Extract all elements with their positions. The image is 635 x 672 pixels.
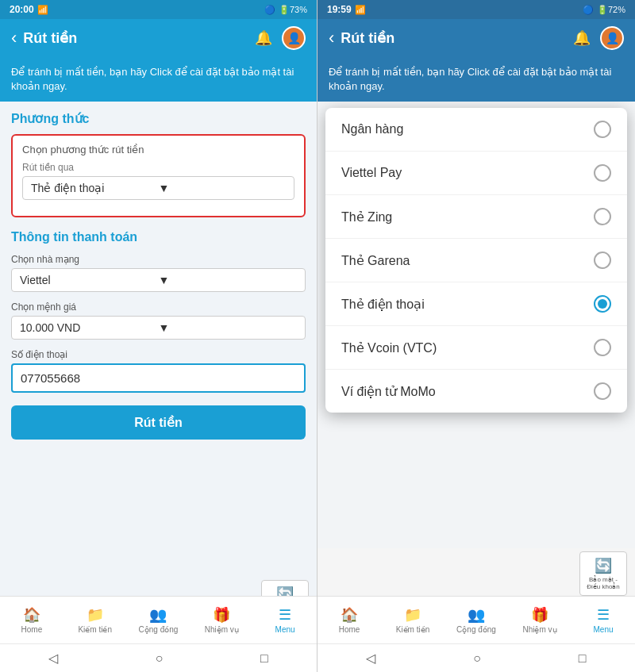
recaptcha-right: 🔄 Bảo mật - Điều khoản bbox=[579, 551, 627, 596]
dropdown-item-momo[interactable]: Ví điện tử MoMo bbox=[325, 370, 627, 413]
dropdown-item-label-zing: Thẻ Zing bbox=[341, 209, 392, 225]
method-dropdown[interactable]: Ngân hàng Viettel Pay Thẻ Zing Thẻ Garen… bbox=[325, 108, 627, 413]
nav-menu-label-right: Menu bbox=[593, 625, 613, 634]
android-back-left[interactable]: ◁ bbox=[48, 651, 58, 666]
nav-home-right[interactable]: 🏠 Home bbox=[318, 597, 381, 643]
android-recent-left[interactable]: □ bbox=[260, 651, 268, 666]
dropdown-item-label-viettel-pay: Viettel Pay bbox=[341, 166, 402, 180]
menu-icon-left: ☰ bbox=[279, 606, 291, 624]
community-icon-right: 👥 bbox=[468, 606, 485, 624]
phone-label: Số điện thoại bbox=[11, 349, 306, 360]
nav-community-right[interactable]: 👥 Cộng đồng bbox=[444, 597, 508, 643]
right-content: Ph... Ngân hàng Viettel Pay Thẻ Zing Thẻ… bbox=[318, 102, 635, 596]
dropdown-item-label-garena: Thẻ Garena bbox=[341, 253, 410, 268]
select-arrow-denomination: ▼ bbox=[159, 321, 298, 334]
android-nav-right: ◁ ○ □ bbox=[318, 643, 635, 672]
dropdown-item-label-vcoin: Thẻ Vcoin (VTC) bbox=[341, 340, 437, 355]
tasks-icon-left: 🎁 bbox=[213, 606, 230, 624]
time-left: 20:00 bbox=[10, 4, 34, 15]
bottom-nav-right: 🏠 Home 📁 Kiếm tiền 👥 Cộng đồng 🎁 Nhiệm v… bbox=[318, 596, 635, 643]
nav-home-left[interactable]: 🏠 Home bbox=[0, 597, 64, 643]
nav-community-label-left: Cộng đồng bbox=[139, 625, 179, 634]
method-box-label: Chọn phương thức rút tiền bbox=[22, 144, 294, 156]
dropdown-item-label-phone-card: Thẻ điện thoại bbox=[341, 297, 425, 312]
nav-community-label-right: Cộng đồng bbox=[456, 625, 496, 634]
bluetooth-icon-right: 🔵 bbox=[583, 5, 594, 15]
bottom-nav-left: 🏠 Home 📁 Kiếm tiền 👥 Cộng đồng 🎁 Nhiệm v… bbox=[0, 596, 317, 643]
home-icon-left: 🏠 bbox=[23, 606, 40, 624]
nav-menu-label-left: Menu bbox=[275, 625, 295, 634]
bell-icon-left[interactable]: 🔔 bbox=[255, 29, 272, 47]
nav-home-label-left: Home bbox=[21, 625, 43, 634]
dropdown-item-garena[interactable]: Thẻ Garena bbox=[325, 239, 627, 282]
status-bar-right: 19:59 📶 🔵 🔋72% bbox=[318, 0, 635, 19]
method-section-title: Phương thức bbox=[11, 111, 306, 126]
nav-tasks-label-right: Nhiệm vụ bbox=[522, 625, 556, 634]
radio-bank[interactable] bbox=[594, 121, 611, 138]
status-bar-left: 20:00 📶 🔵 🔋73% bbox=[0, 0, 317, 19]
community-icon-left: 👥 bbox=[149, 606, 167, 624]
nav-earn-left[interactable]: 📁 Kiếm tiền bbox=[64, 597, 127, 643]
radio-garena[interactable] bbox=[594, 252, 611, 269]
recaptcha-icon-right: 🔄 bbox=[595, 557, 612, 574]
dropdown-item-viettel-pay[interactable]: Viettel Pay bbox=[325, 152, 627, 195]
nav-tasks-right[interactable]: 🎁 Nhiệm vụ bbox=[508, 597, 572, 643]
denomination-label: Chọn mệnh giá bbox=[11, 301, 306, 313]
battery-left: 🔋73% bbox=[279, 5, 307, 15]
network-select[interactable]: Viettel ▼ bbox=[11, 268, 306, 292]
alert-banner-left[interactable]: Để tránh bị mất tiền, bạn hãy Click để c… bbox=[0, 57, 317, 102]
nav-earn-label-right: Kiếm tiền bbox=[396, 625, 430, 634]
radio-momo[interactable] bbox=[594, 382, 611, 400]
bluetooth-icon: 🔵 bbox=[264, 5, 275, 15]
avatar-left[interactable]: 👤 bbox=[282, 26, 306, 50]
denomination-group: Chọn mệnh giá 10.000 VND ▼ bbox=[11, 301, 306, 340]
menu-icon-right: ☰ bbox=[597, 606, 610, 624]
battery-right: 🔋72% bbox=[597, 5, 625, 15]
radio-vcoin[interactable] bbox=[594, 339, 611, 356]
dropdown-item-bank[interactable]: Ngân hàng bbox=[325, 108, 627, 152]
radio-viettel-pay[interactable] bbox=[594, 164, 611, 182]
time-right: 19:59 bbox=[327, 4, 352, 15]
android-back-right[interactable]: ◁ bbox=[366, 651, 375, 666]
select-arrow-method: ▼ bbox=[159, 182, 287, 194]
bell-icon-right[interactable]: 🔔 bbox=[573, 29, 591, 47]
nav-tasks-label-left: Nhiệm vụ bbox=[205, 625, 239, 634]
nav-tasks-left[interactable]: 🎁 Nhiệm vụ bbox=[190, 597, 253, 643]
method-select[interactable]: Thẻ điện thoại ▼ bbox=[22, 176, 294, 200]
earn-icon-right: 📁 bbox=[404, 606, 421, 624]
avatar-right[interactable]: 👤 bbox=[600, 26, 624, 50]
payment-section-title: Thông tin thanh toán bbox=[11, 230, 306, 244]
denomination-select[interactable]: 10.000 VND ▼ bbox=[11, 316, 306, 340]
nav-earn-right[interactable]: 📁 Kiếm tiền bbox=[381, 597, 444, 643]
alert-banner-right[interactable]: Để tránh bị mất tiền, bạn hãy Click để c… bbox=[318, 57, 635, 102]
dropdown-item-label-bank: Ngân hàng bbox=[341, 122, 403, 136]
page-title-right: Rút tiền bbox=[341, 29, 394, 47]
nav-community-left[interactable]: 👥 Cộng đồng bbox=[127, 597, 190, 643]
dropdown-item-label-momo: Ví điện tử MoMo bbox=[341, 384, 436, 399]
dropdown-item-phone-card[interactable]: Thẻ điện thoại bbox=[325, 282, 627, 326]
android-recent-right[interactable]: □ bbox=[579, 651, 587, 666]
nav-menu-right[interactable]: ☰ Menu bbox=[572, 597, 635, 643]
nav-menu-left[interactable]: ☰ Menu bbox=[253, 597, 317, 643]
back-button-right[interactable]: ‹ bbox=[329, 28, 334, 48]
radio-phone-card[interactable] bbox=[594, 295, 611, 313]
phone-input[interactable]: 077055668 bbox=[11, 363, 306, 393]
dropdown-item-zing[interactable]: Thẻ Zing bbox=[325, 195, 627, 239]
radio-zing[interactable] bbox=[594, 208, 611, 225]
nav-home-label-right: Home bbox=[339, 625, 360, 634]
earn-icon-left: 📁 bbox=[87, 606, 104, 624]
select-arrow-network: ▼ bbox=[159, 274, 298, 286]
home-icon-right: 🏠 bbox=[341, 606, 358, 624]
left-panel: 20:00 📶 🔵 🔋73% ‹ Rút tiền 🔔 👤 Để tránh b… bbox=[0, 0, 318, 672]
submit-button[interactable]: Rút tiền bbox=[11, 405, 306, 440]
dropdown-item-vcoin[interactable]: Thẻ Vcoin (VTC) bbox=[325, 326, 627, 370]
android-home-right[interactable]: ○ bbox=[473, 651, 481, 666]
signal-icon-right: 📶 bbox=[355, 5, 366, 15]
method-box: Chọn phương thức rút tiền Rút tiền qua T… bbox=[11, 134, 306, 217]
tasks-icon-right: 🎁 bbox=[531, 606, 548, 624]
android-nav-left: ◁ ○ □ bbox=[0, 643, 317, 672]
back-button-left[interactable]: ‹ bbox=[11, 28, 17, 48]
header-left: ‹ Rút tiền 🔔 👤 bbox=[0, 19, 317, 57]
android-home-left[interactable]: ○ bbox=[156, 651, 164, 666]
page-title-left: Rút tiền bbox=[23, 29, 77, 47]
